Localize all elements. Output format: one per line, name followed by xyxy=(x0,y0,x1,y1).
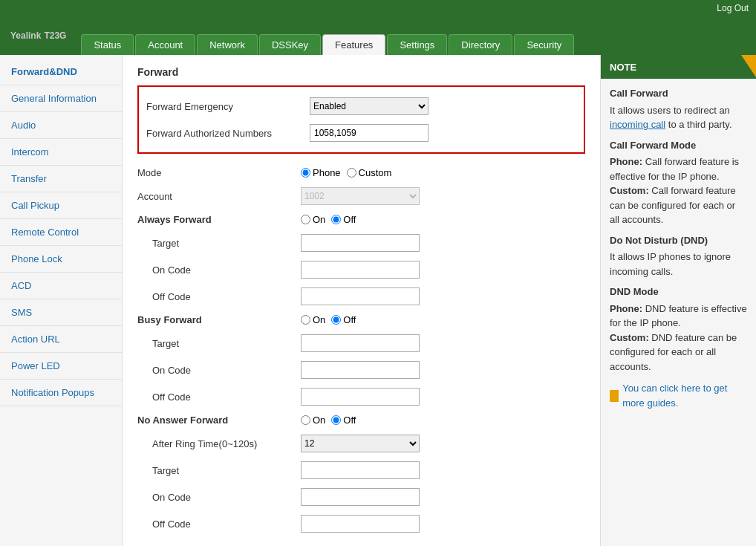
sidebar-item-remote-control[interactable]: Remote Control xyxy=(0,219,122,246)
busy-forward-on-radio[interactable] xyxy=(301,315,310,325)
tab-network[interactable]: Network xyxy=(197,34,258,55)
bf-offcode-label: Off Code xyxy=(137,391,301,403)
noanswer-forward-on-radio[interactable] xyxy=(301,415,310,425)
naf-oncode-input[interactable] xyxy=(301,488,420,506)
call-forward-link[interactable]: incoming call xyxy=(610,119,665,130)
af-target-row: Target xyxy=(137,230,585,256)
mode-phone-label[interactable]: Phone xyxy=(301,167,341,178)
note-body: Call Forward It allows users to redirect… xyxy=(601,79,756,417)
sidebar-item-phone-lock[interactable]: Phone Lock xyxy=(0,246,122,273)
sidebar-item-sms[interactable]: SMS xyxy=(0,299,122,326)
guide-link[interactable]: You can click here to get more guides. xyxy=(610,381,747,410)
dnd-mode-title: DND Mode xyxy=(610,285,747,299)
tab-status[interactable]: Status xyxy=(81,34,134,55)
sidebar-item-call-pickup[interactable]: Call Pickup xyxy=(0,192,122,219)
guide-icon xyxy=(610,390,619,402)
model-text: T23G xyxy=(44,30,66,41)
tab-account[interactable]: Account xyxy=(135,34,195,55)
dnd-note-text: It allows IP phones to ignore incoming c… xyxy=(610,250,747,279)
sidebar-item-audio[interactable]: Audio xyxy=(0,112,122,139)
sidebar-item-forward-dnd[interactable]: Forward&DND xyxy=(0,59,122,85)
note-title: NOTE xyxy=(610,62,636,73)
guide-text: You can click here to get more guides. xyxy=(622,381,747,410)
always-forward-on-radio[interactable] xyxy=(301,215,310,224)
call-forward-mode-title: Call Forward Mode xyxy=(610,138,747,153)
af-offcode-label: Off Code xyxy=(137,291,301,302)
after-ring-row: After Ring Time(0~120s) 12 0 30 60 120 xyxy=(137,430,585,457)
sidebar-item-general[interactable]: General Information xyxy=(0,85,122,112)
call-forward-mode-custom-text: Custom: Call forward feature can be conf… xyxy=(610,183,747,227)
noanswer-forward-on-label[interactable]: On xyxy=(301,415,325,426)
always-forward-off-radio[interactable] xyxy=(331,215,341,224)
forward-emergency-label: Forward Emergency xyxy=(146,101,310,112)
af-target-input[interactable] xyxy=(301,234,420,252)
mode-label: Mode xyxy=(137,167,301,178)
note-header: NOTE xyxy=(601,55,756,79)
af-offcode-row: Off Code xyxy=(137,283,585,310)
noanswer-forward-off-label[interactable]: Off xyxy=(331,415,356,426)
call-forward-title: Call Forward xyxy=(610,86,747,101)
top-bar: Log Out xyxy=(0,0,756,16)
sidebar-item-intercom[interactable]: Intercom xyxy=(0,139,122,166)
naf-offcode-input[interactable] xyxy=(301,515,420,533)
noanswer-forward-label: No Answer Forward xyxy=(137,415,301,426)
naf-oncode-row: On Code xyxy=(137,484,585,510)
sidebar-item-transfer[interactable]: Transfer xyxy=(0,166,122,192)
always-forward-off-label[interactable]: Off xyxy=(331,214,356,225)
sidebar-item-power-led[interactable]: Power LED xyxy=(0,353,122,380)
account-row: Account 1002 xyxy=(137,183,585,209)
naf-target-row: Target xyxy=(137,457,585,484)
mode-row: Mode Phone Custom xyxy=(137,163,585,183)
call-forward-mode-phone-text: Phone: Call forward feature is effective… xyxy=(610,155,747,183)
tab-features[interactable]: Features xyxy=(322,34,385,55)
bf-oncode-input[interactable] xyxy=(301,361,420,379)
always-forward-on-label[interactable]: On xyxy=(301,214,325,225)
dnd-mode-custom-text: Custom: DND feature can be configured fo… xyxy=(610,331,747,374)
always-forward-radio-group: On Off xyxy=(301,214,356,225)
after-ring-label: After Ring Time(0~120s) xyxy=(137,438,301,449)
busy-forward-row: Busy Forward On Off xyxy=(137,310,585,330)
af-oncode-input[interactable] xyxy=(301,261,420,279)
naf-target-input[interactable] xyxy=(301,461,420,479)
mode-radio-group: Phone Custom xyxy=(301,167,391,178)
naf-offcode-label: Off Code xyxy=(137,519,301,530)
af-offcode-input[interactable] xyxy=(301,287,420,305)
bf-oncode-row: On Code xyxy=(137,357,585,383)
note-panel: NOTE Call Forward It allows users to red… xyxy=(600,55,756,546)
nav-tabs: Status Account Network DSSKey Features S… xyxy=(81,16,576,55)
bf-offcode-row: Off Code xyxy=(137,383,585,410)
naf-offcode-row: Off Code xyxy=(137,510,585,537)
bf-target-input[interactable] xyxy=(301,334,420,352)
busy-forward-off-label[interactable]: Off xyxy=(331,314,356,325)
logout-link[interactable]: Log Out xyxy=(717,3,749,13)
forward-emergency-select[interactable]: Enabled Disabled xyxy=(310,97,428,115)
noanswer-forward-row: No Answer Forward On Off xyxy=(137,410,585,430)
af-oncode-label: On Code xyxy=(137,264,301,276)
call-forward-text: It allows users to redirect an incoming … xyxy=(610,103,747,132)
after-ring-select[interactable]: 12 0 30 60 120 xyxy=(301,435,420,452)
forward-section-title: Forward xyxy=(137,66,585,78)
af-oncode-row: On Code xyxy=(137,256,585,283)
tab-directory[interactable]: Directory xyxy=(449,34,512,55)
main-layout: Forward&DND General Information Audio In… xyxy=(0,55,756,546)
sidebar-item-acd[interactable]: ACD xyxy=(0,273,122,299)
forward-authorized-input[interactable] xyxy=(310,124,428,142)
noanswer-forward-off-radio[interactable] xyxy=(331,415,341,425)
forward-authorized-row: Forward Authorized Numbers xyxy=(146,120,576,146)
tab-security[interactable]: Security xyxy=(514,34,574,55)
busy-forward-off-radio[interactable] xyxy=(331,315,341,325)
busy-forward-radio-group: On Off xyxy=(301,314,356,325)
tab-dsskey[interactable]: DSSKey xyxy=(259,34,321,55)
sidebar-item-notification-popups[interactable]: Notification Popups xyxy=(0,380,122,406)
mode-phone-radio[interactable] xyxy=(301,168,310,178)
sidebar-item-action-url[interactable]: Action URL xyxy=(0,326,122,353)
mode-custom-radio[interactable] xyxy=(347,168,356,178)
sidebar: Forward&DND General Information Audio In… xyxy=(0,55,123,546)
account-select[interactable]: 1002 xyxy=(301,187,420,205)
dnd-note-title: Do Not Disturb (DND) xyxy=(610,233,747,248)
mode-custom-label[interactable]: Custom xyxy=(347,167,392,178)
bf-offcode-input[interactable] xyxy=(301,388,420,406)
tab-settings[interactable]: Settings xyxy=(387,34,447,55)
naf-target-label: Target xyxy=(137,465,301,476)
busy-forward-on-label[interactable]: On xyxy=(301,314,325,325)
